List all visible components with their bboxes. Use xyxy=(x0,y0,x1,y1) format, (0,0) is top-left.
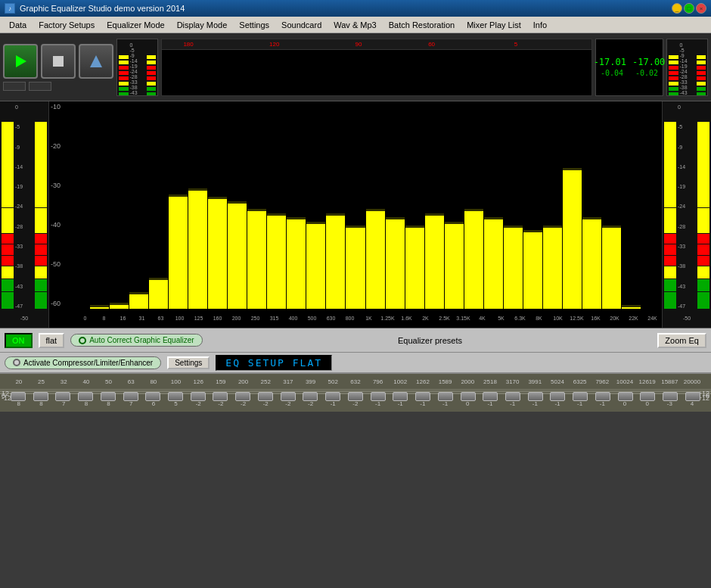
x-label-1K: 1K xyxy=(359,316,378,321)
eq-bar-3 xyxy=(110,303,129,309)
ruler-mark-90: 90 xyxy=(356,41,362,48)
menu-item-equalizer-mode[interactable]: Equalizer Mode xyxy=(101,19,170,31)
menu-item-data[interactable]: Data xyxy=(3,19,33,31)
faders-container: 12 0 -12 +12 0 +12 xyxy=(0,389,711,395)
eq-bar-15 xyxy=(346,226,365,309)
fader-knob-1002[interactable] xyxy=(393,392,408,401)
fader-knob-399[interactable] xyxy=(303,392,318,401)
eq-bar-11 xyxy=(267,213,286,309)
controls-area: ON flat Auto Correct Graphic Equalizer E… xyxy=(0,328,711,353)
freq-label-1002: 1002 xyxy=(389,378,411,385)
fader-knob-5024[interactable] xyxy=(550,392,565,401)
settings-button[interactable]: Settings xyxy=(167,356,210,369)
fader-knob-63[interactable] xyxy=(123,392,138,401)
eq-bar-23 xyxy=(504,226,523,309)
transport-spectrum: 180 120 90 60 5 xyxy=(161,39,592,96)
freq-label-32: 32 xyxy=(52,378,75,385)
compressor-button[interactable]: Activate Compressor/Limiter/Enhancer xyxy=(5,356,161,369)
auto-correct-button[interactable]: Auto Correct Graphic Equalizer xyxy=(70,334,202,347)
freq-label-796: 796 xyxy=(367,378,390,385)
x-label-200: 200 xyxy=(227,316,246,321)
eq-button[interactable] xyxy=(79,44,113,79)
fader-knob-502[interactable] xyxy=(325,392,340,401)
stop-button[interactable] xyxy=(41,44,76,79)
eq-bar-22 xyxy=(484,217,503,309)
menu-item-factory-setups[interactable]: Factory Setups xyxy=(33,19,101,31)
eq-bar-12 xyxy=(287,217,306,309)
fader-knob-20000[interactable] xyxy=(685,392,700,401)
x-label-100: 100 xyxy=(170,316,189,321)
freq-label-80: 80 xyxy=(142,378,165,385)
x-label-31: 31 xyxy=(132,316,151,321)
fader-knob-25[interactable] xyxy=(33,392,48,401)
maximize-button[interactable]: □ xyxy=(684,3,694,14)
menu-item-batch-restoration[interactable]: Batch Restoration xyxy=(383,19,461,31)
play-button[interactable] xyxy=(3,44,38,79)
guideline-top xyxy=(0,390,711,390)
on-button[interactable]: ON xyxy=(5,333,33,348)
fader-knob-40[interactable] xyxy=(78,392,93,401)
fader-knob-252[interactable] xyxy=(258,392,273,401)
x-label-24K: 24K xyxy=(643,316,662,321)
fader-knob-100[interactable] xyxy=(168,392,183,401)
fader-knob-2518[interactable] xyxy=(483,392,498,401)
fader-knob-3991[interactable] xyxy=(528,392,543,401)
window-controls: _ □ × xyxy=(672,3,706,14)
x-label-500: 500 xyxy=(303,316,321,321)
fader-knob-632[interactable] xyxy=(348,392,363,401)
freq-label-317: 317 xyxy=(277,378,300,385)
menu-item-mixer-play-list[interactable]: Mixer Play List xyxy=(461,19,527,31)
freq-label-63: 63 xyxy=(120,378,142,385)
fader-knob-2000[interactable] xyxy=(461,392,476,401)
title-bar: ♪ Graphic Equalizer Studio demo version … xyxy=(0,0,711,17)
vu-meter-right: 0 -5 -9 -14 -19 -24 -28 -33 -38 -43 -47 xyxy=(666,39,708,96)
eq-bar-16 xyxy=(366,209,385,309)
fader-knob-317[interactable] xyxy=(281,392,296,401)
fader-knob-80[interactable] xyxy=(145,392,160,401)
compressor-label: Activate Compressor/Limiter/Enhancer xyxy=(23,359,153,367)
x-label-16K: 16K xyxy=(586,316,605,321)
menu-item-info[interactable]: Info xyxy=(527,19,553,31)
x-label-2.5K: 2.5K xyxy=(435,316,454,321)
fader-knob-50[interactable] xyxy=(101,392,116,401)
menu-item-settings[interactable]: Settings xyxy=(233,19,275,31)
menu-item-soundcard[interactable]: Soundcard xyxy=(275,19,328,31)
zoom-button[interactable]: Zoom Eq xyxy=(657,333,706,348)
fader-knob-10024[interactable] xyxy=(618,392,633,401)
fader-knob-32[interactable] xyxy=(55,392,70,401)
auto-correct-label: Auto Correct Graphic Equalizer xyxy=(89,336,194,344)
fader-area: 2025324050638010012615920025231739950263… xyxy=(0,374,711,412)
ruler-mark-180: 180 xyxy=(183,41,193,48)
x-label-10K: 10K xyxy=(548,316,567,321)
eq-bar-9 xyxy=(228,201,247,309)
eq-bar-14 xyxy=(326,213,345,309)
fader-knob-1589[interactable] xyxy=(438,392,453,401)
fader-knob-200[interactable] xyxy=(235,392,250,401)
fader-knob-7962[interactable] xyxy=(595,392,610,401)
level-display: -17.01 -17.00 -0.04 -0.02 xyxy=(595,39,663,96)
flat-button[interactable]: flat xyxy=(39,333,65,348)
menu-item-wav-&-mp3[interactable]: Wav & Mp3 xyxy=(328,19,382,31)
fader-knob-159[interactable] xyxy=(213,392,228,401)
minimize-button[interactable]: _ xyxy=(672,3,682,14)
eq-setup-display: EQ SETUP FLAT xyxy=(216,355,332,371)
fader-knob-1262[interactable] xyxy=(415,392,430,401)
eq-bar-17 xyxy=(386,217,405,309)
fader-knob-3170[interactable] xyxy=(505,392,520,401)
fader-knob-126[interactable] xyxy=(191,392,206,401)
fader-knob-6325[interactable] xyxy=(573,392,588,401)
menu-bar: DataFactory SetupsEqualizer ModeDisplay … xyxy=(0,17,711,33)
freq-label-3170: 3170 xyxy=(501,378,524,385)
fader-knob-796[interactable] xyxy=(371,392,386,401)
fader-knob-12619[interactable] xyxy=(640,392,655,401)
close-button[interactable]: × xyxy=(696,3,706,14)
x-label-3.15K: 3.15K xyxy=(454,316,473,321)
x-label-1.6K: 1.6K xyxy=(397,316,416,321)
level-left: -17.01 xyxy=(594,57,626,67)
fader-frequency-labels: 2025324050638010012615920025231739950263… xyxy=(0,374,711,389)
svg-rect-1 xyxy=(53,56,64,67)
fader-knob-15887[interactable] xyxy=(663,392,678,401)
fader-knob-20[interactable] xyxy=(11,392,26,401)
eq-presets-label: Equalizer presets xyxy=(209,336,652,345)
menu-item-display-mode[interactable]: Display Mode xyxy=(171,19,234,31)
